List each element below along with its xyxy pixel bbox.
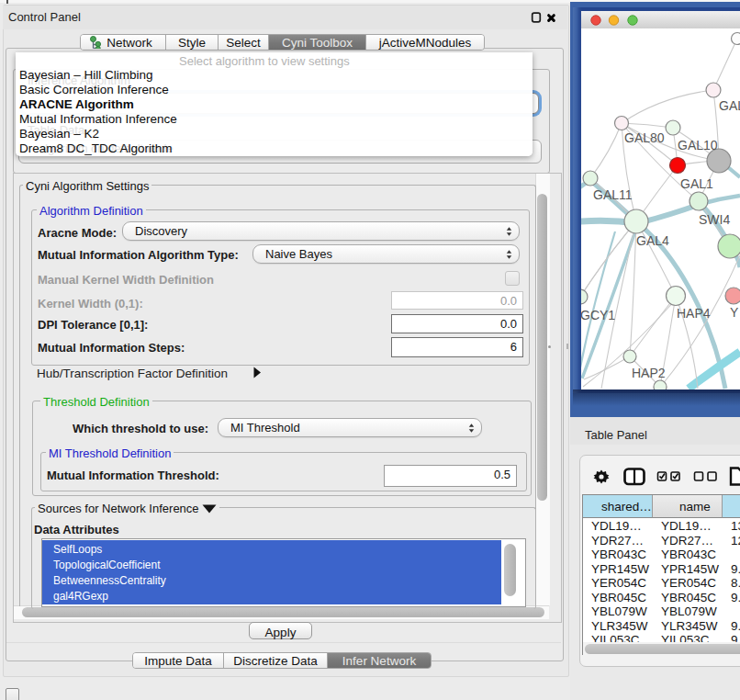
svg-text:HAP4: HAP4	[677, 306, 711, 321]
svg-text:GAL80: GAL80	[624, 130, 665, 145]
svg-text:Y: Y	[730, 305, 739, 320]
svg-text:SWI4: SWI4	[699, 212, 730, 227]
svg-text:GAL: GAL	[719, 98, 740, 113]
svg-text:HAP2: HAP2	[632, 366, 666, 380]
svg-text:GAL4: GAL4	[636, 233, 669, 248]
svg-text:GAL1: GAL1	[680, 176, 713, 191]
svg-text:GAL11: GAL11	[593, 187, 633, 202]
svg-text:GCY1: GCY1	[581, 308, 615, 322]
svg-text:GAL10: GAL10	[678, 138, 718, 152]
